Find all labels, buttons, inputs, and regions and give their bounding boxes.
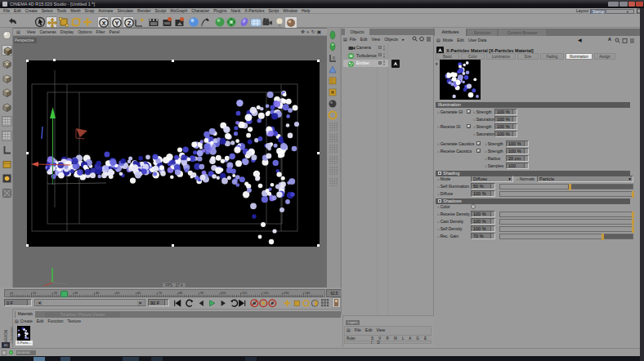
svg-text:140: 140 xyxy=(305,292,310,295)
svg-text:130: 130 xyxy=(284,292,288,295)
svg-text:70: 70 xyxy=(159,292,162,295)
svg-text:Y: Y xyxy=(114,20,119,27)
svg-text:40: 40 xyxy=(96,292,99,295)
svg-text:50: 50 xyxy=(116,292,119,295)
svg-text:20: 20 xyxy=(54,292,57,295)
svg-text:100: 100 xyxy=(221,292,226,295)
svg-text:90: 90 xyxy=(200,292,203,295)
svg-text:80: 80 xyxy=(179,292,182,295)
svg-text:0: 0 xyxy=(11,292,13,295)
svg-text:30: 30 xyxy=(74,292,78,295)
svg-text:0: 0 xyxy=(333,56,335,60)
svg-text:X: X xyxy=(101,20,105,27)
svg-text:Z: Z xyxy=(127,20,132,27)
svg-text:10: 10 xyxy=(33,292,36,295)
svg-text:110: 110 xyxy=(242,292,247,295)
svg-text:60: 60 xyxy=(137,292,141,295)
svg-text:120: 120 xyxy=(263,292,268,295)
